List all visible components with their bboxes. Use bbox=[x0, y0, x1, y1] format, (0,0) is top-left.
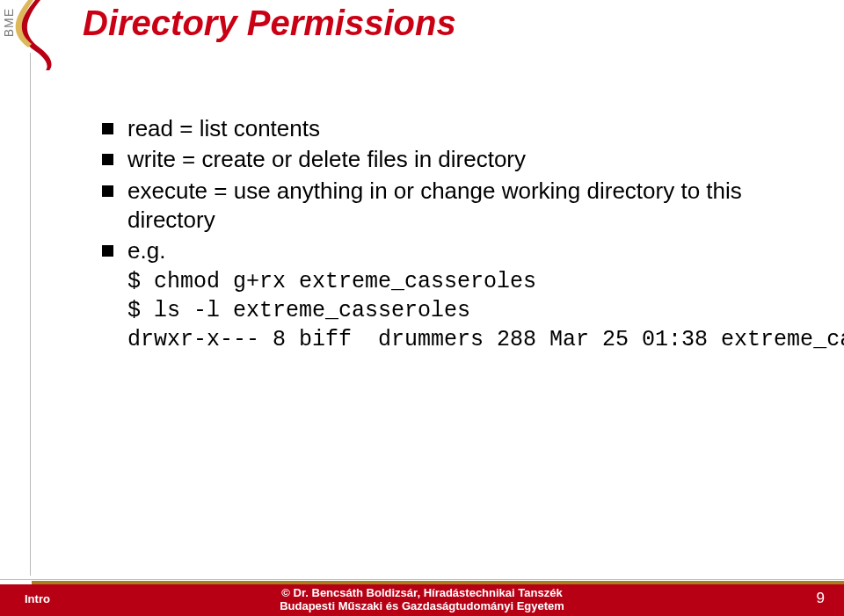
footer-institution: Budapesti Műszaki és Gazdaságtudományi E… bbox=[0, 599, 844, 613]
bullet-text: write = create or delete files in direct… bbox=[127, 145, 788, 174]
footer: Intro © Dr. Bencsáth Boldizsár, Híradást… bbox=[0, 579, 844, 616]
code-line: $ chmod g+rx extreme_casseroles bbox=[127, 269, 536, 294]
slide: BME Directory Permissions read = list co… bbox=[0, 0, 844, 616]
bullet-text: e.g. bbox=[127, 236, 788, 265]
bullet-text: read = list contents bbox=[127, 114, 788, 143]
code-line: drwxr-x--- 8 biff drummers 288 Mar 25 01… bbox=[127, 327, 844, 352]
page-number: 9 bbox=[817, 590, 825, 607]
bullet-item: write = create or delete files in direct… bbox=[102, 145, 788, 174]
bullet-marker-icon bbox=[102, 123, 113, 134]
footer-center: © Dr. Bencsáth Boldizsár, Híradástechnik… bbox=[0, 586, 844, 613]
code-line: $ ls -l extreme_casseroles bbox=[127, 298, 470, 323]
bullet-item: read = list contents bbox=[102, 114, 788, 143]
bullet-marker-icon bbox=[102, 154, 113, 165]
content-area: read = list contents write = create or d… bbox=[102, 114, 788, 354]
left-sidebar: BME bbox=[0, 0, 53, 580]
bullet-text: execute = use anything in or change work… bbox=[127, 177, 788, 236]
slide-title: Directory Permissions bbox=[83, 4, 456, 43]
vertical-divider bbox=[30, 53, 31, 576]
code-example: $ chmod g+rx extreme_casseroles $ ls -l … bbox=[127, 267, 788, 354]
swoosh-logo-icon bbox=[11, 0, 56, 70]
bullet-marker-icon bbox=[102, 245, 113, 257]
footer-copyright: © Dr. Bencsáth Boldizsár, Híradástechnik… bbox=[0, 586, 844, 600]
bullet-item: execute = use anything in or change work… bbox=[102, 177, 788, 236]
bullet-marker-icon bbox=[102, 185, 113, 197]
bullet-item: e.g. bbox=[102, 236, 788, 265]
